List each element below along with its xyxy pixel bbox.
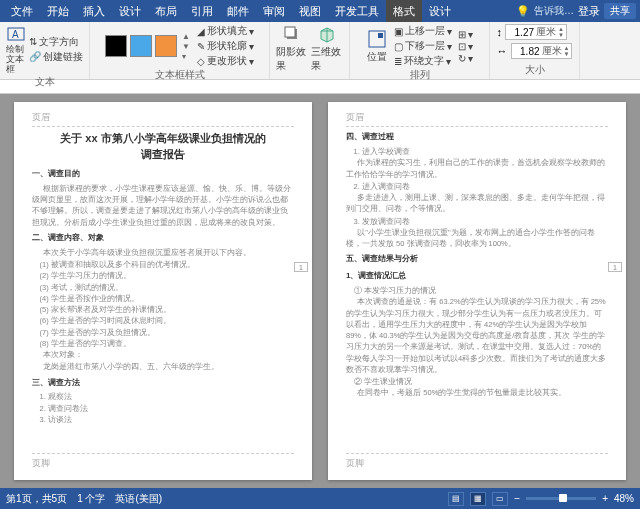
- width-input[interactable]: 1.82厘米▲▼: [511, 43, 573, 59]
- fill-icon: ◢: [197, 26, 205, 37]
- rotate-icon: ↻: [458, 53, 466, 64]
- tab-design2[interactable]: 设计: [422, 0, 458, 22]
- status-pages[interactable]: 第1页，共5页: [6, 492, 67, 506]
- zoom-value[interactable]: 48%: [614, 493, 634, 504]
- style-orange[interactable]: [155, 35, 177, 57]
- svg-rect-3: [285, 27, 295, 37]
- tab-home[interactable]: 开始: [40, 0, 76, 22]
- tab-design[interactable]: 设计: [112, 0, 148, 22]
- tab-devtools[interactable]: 开发工具: [328, 0, 386, 22]
- wrap-icon: ≣: [394, 56, 402, 67]
- svg-text:A: A: [12, 29, 19, 40]
- shape-outline-button[interactable]: ✎形状轮廓 ▾: [197, 39, 254, 53]
- tab-references[interactable]: 引用: [184, 0, 220, 22]
- bring-forward-button[interactable]: ▣上移一层 ▾: [394, 24, 452, 38]
- shadow-icon: [282, 24, 302, 44]
- bulb-icon: 💡: [516, 5, 530, 18]
- page-header: 页眉: [32, 110, 294, 127]
- group-style-label: 文本框样式: [155, 68, 205, 82]
- textbox-icon: A: [6, 24, 26, 44]
- height-input[interactable]: 1.27厘米▲▼: [505, 24, 567, 40]
- share-button[interactable]: 共享: [604, 3, 636, 19]
- zoom-in[interactable]: +: [602, 493, 608, 504]
- status-lang[interactable]: 英语(美国): [115, 492, 162, 506]
- height-icon: ↕: [497, 26, 503, 38]
- align-icon: ⊞: [458, 29, 466, 40]
- zoom-out[interactable]: −: [514, 493, 520, 504]
- align-button[interactable]: ⊞▾: [458, 29, 473, 40]
- group-button[interactable]: ⊡▾: [458, 41, 473, 52]
- text-direction-button[interactable]: ⇅文字方向: [29, 35, 83, 49]
- style-blue[interactable]: [130, 35, 152, 57]
- tab-insert[interactable]: 插入: [76, 0, 112, 22]
- tab-mailings[interactable]: 邮件: [220, 0, 256, 22]
- tab-review[interactable]: 审阅: [256, 0, 292, 22]
- send-backward-button[interactable]: ▢下移一层 ▾: [394, 39, 452, 53]
- tab-format[interactable]: 格式: [386, 0, 422, 22]
- shadow-button[interactable]: 阴影效果: [276, 24, 308, 73]
- change-icon: ◇: [197, 56, 205, 67]
- style-black[interactable]: [105, 35, 127, 57]
- view-read[interactable]: ▤: [448, 492, 464, 506]
- page-footer: 页脚: [32, 453, 294, 472]
- tab-view[interactable]: 视图: [292, 0, 328, 22]
- up-layer-icon: ▣: [394, 26, 403, 37]
- down-layer-icon: ▢: [394, 41, 403, 52]
- status-words[interactable]: 1 个字: [77, 492, 105, 506]
- group-icon: ⊡: [458, 41, 466, 52]
- tab-file[interactable]: 文件: [4, 0, 40, 22]
- page-header: 页眉: [346, 110, 608, 127]
- textbox-marker[interactable]: 1: [608, 262, 622, 272]
- link-icon: 🔗: [29, 51, 41, 62]
- gallery-more[interactable]: ▾: [182, 52, 190, 61]
- create-link-button[interactable]: 🔗创建链接: [29, 50, 83, 64]
- ruler: [0, 80, 640, 94]
- textdir-icon: ⇅: [29, 36, 37, 47]
- view-web[interactable]: ▭: [492, 492, 508, 506]
- view-print[interactable]: ▦: [470, 492, 486, 506]
- rotate-button[interactable]: ↻▾: [458, 53, 473, 64]
- gallery-down[interactable]: ▼: [182, 42, 190, 51]
- tell-me[interactable]: 告诉我…: [534, 4, 574, 18]
- svg-rect-5: [378, 33, 383, 38]
- cube-icon: [317, 24, 337, 44]
- shape-fill-button[interactable]: ◢形状填充 ▾: [197, 24, 254, 38]
- position-button[interactable]: 位置: [367, 29, 387, 64]
- position-icon: [367, 29, 387, 49]
- draw-textbox-button[interactable]: A 绘制 文本框: [6, 24, 26, 75]
- width-icon: ↔: [497, 45, 508, 57]
- document-area[interactable]: 页眉 关于 xx 市第八小学高年级课业负担情况的调查报告 一、调查目的 根据新课…: [0, 94, 640, 488]
- page-2[interactable]: 页眉 四、调查过程 1. 进入学校调查 作为课程的实习生，利用自己的工作的课责，…: [328, 102, 626, 480]
- outline-icon: ✎: [197, 41, 205, 52]
- textbox-marker[interactable]: 1: [294, 262, 308, 272]
- group-text-label: 文本: [35, 75, 55, 89]
- gallery-up[interactable]: ▲: [182, 32, 190, 41]
- tab-layout[interactable]: 布局: [148, 0, 184, 22]
- page-1[interactable]: 页眉 关于 xx 市第八小学高年级课业负担情况的调查报告 一、调查目的 根据新课…: [14, 102, 312, 480]
- zoom-slider[interactable]: [526, 497, 596, 500]
- page-footer: 页脚: [346, 453, 608, 472]
- wrap-text-button[interactable]: ≣环绕文字 ▾: [394, 54, 452, 68]
- 3d-button[interactable]: 三维效果: [311, 24, 343, 73]
- group-arrange-label: 排列: [410, 68, 430, 82]
- change-shape-button[interactable]: ◇更改形状 ▾: [197, 54, 254, 68]
- login-link[interactable]: 登录: [578, 4, 600, 19]
- group-size-label: 大小: [525, 63, 545, 77]
